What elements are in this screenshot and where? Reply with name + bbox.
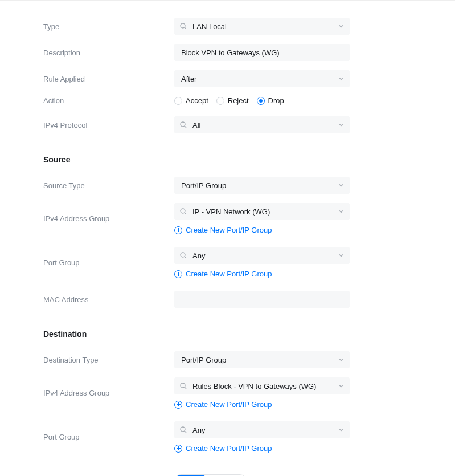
svg-point-2 <box>181 122 185 127</box>
search-icon <box>180 23 187 30</box>
svg-point-0 <box>181 23 185 28</box>
destination-port-group-label: Port Group <box>43 433 174 441</box>
source-section-header: Source <box>43 155 412 164</box>
chevron-down-icon <box>338 182 344 188</box>
rule-applied-label: Rule Applied <box>43 75 174 83</box>
source-port-group-label: Port Group <box>43 258 174 267</box>
action-accept-label: Accept <box>186 96 208 105</box>
action-radio-group: Accept Reject Drop <box>174 96 350 105</box>
create-link-text: Create New Port/IP Group <box>186 444 272 453</box>
mac-address-label: MAC Address <box>43 295 174 304</box>
ipv4-protocol-label: IPv4 Protocol <box>43 121 174 129</box>
chevron-down-icon <box>338 253 344 258</box>
svg-line-3 <box>185 126 186 128</box>
source-ipv4-group-select[interactable]: IP - VPN Network (WG) <box>174 203 350 220</box>
mac-address-input[interactable] <box>174 291 350 308</box>
create-destination-ipv4-group-link[interactable]: Create New Port/IP Group <box>174 400 350 409</box>
destination-section-header: Destination <box>43 329 412 339</box>
svg-line-9 <box>185 387 186 389</box>
rule-applied-select[interactable]: After <box>174 70 350 87</box>
source-ipv4-group-label: IPv4 Address Group <box>43 214 174 223</box>
ipv4-protocol-value: All <box>192 121 338 129</box>
destination-port-group-select[interactable]: Any <box>174 421 350 438</box>
create-link-text: Create New Port/IP Group <box>186 226 272 234</box>
radio-icon <box>257 97 265 105</box>
svg-point-8 <box>181 383 185 388</box>
chevron-down-icon <box>338 122 344 128</box>
svg-point-10 <box>181 427 185 432</box>
search-icon <box>180 426 187 433</box>
chevron-down-icon <box>338 76 344 82</box>
type-label: Type <box>43 22 174 31</box>
plus-circle-icon <box>174 401 182 409</box>
create-destination-port-group-link[interactable]: Create New Port/IP Group <box>174 444 350 453</box>
search-icon <box>180 121 187 128</box>
action-reject-radio[interactable]: Reject <box>216 96 249 105</box>
plus-circle-icon <box>174 270 182 278</box>
chevron-down-icon <box>338 357 344 363</box>
chevron-down-icon <box>338 209 344 214</box>
destination-type-value: Port/IP Group <box>181 356 338 364</box>
radio-icon <box>174 97 182 105</box>
description-value: Block VPN to Gateways (WG) <box>181 48 280 57</box>
description-input[interactable]: Block VPN to Gateways (WG) <box>174 44 350 61</box>
svg-line-7 <box>185 257 186 258</box>
chevron-down-icon <box>338 427 344 433</box>
svg-line-5 <box>185 213 186 214</box>
radio-icon <box>216 97 224 105</box>
source-port-group-select[interactable]: Any <box>174 247 350 264</box>
destination-ipv4-group-value: Rules Block - VPN to Gateways (WG) <box>192 382 338 390</box>
action-drop-radio[interactable]: Drop <box>257 96 284 105</box>
destination-port-group-value: Any <box>192 426 338 434</box>
destination-type-label: Destination Type <box>43 356 174 364</box>
source-type-value: Port/IP Group <box>181 181 338 190</box>
svg-point-6 <box>181 253 185 257</box>
destination-type-select[interactable]: Port/IP Group <box>174 351 350 368</box>
svg-point-4 <box>181 209 185 213</box>
destination-ipv4-group-label: IPv4 Address Group <box>43 389 174 397</box>
search-icon <box>180 383 187 389</box>
create-link-text: Create New Port/IP Group <box>186 270 272 278</box>
svg-line-11 <box>185 431 186 433</box>
ipv4-protocol-select[interactable]: All <box>174 116 350 133</box>
action-accept-radio[interactable]: Accept <box>174 96 208 105</box>
plus-circle-icon <box>174 226 182 234</box>
source-type-select[interactable]: Port/IP Group <box>174 177 350 194</box>
create-source-ipv4-group-link[interactable]: Create New Port/IP Group <box>174 226 350 234</box>
type-select[interactable]: LAN Local <box>174 18 350 35</box>
search-icon <box>180 208 187 215</box>
source-type-label: Source Type <box>43 181 174 190</box>
description-label: Description <box>43 48 174 57</box>
rule-applied-value: After <box>181 75 338 83</box>
chevron-down-icon <box>338 383 344 389</box>
search-icon <box>180 252 187 259</box>
action-drop-label: Drop <box>268 96 284 105</box>
source-port-group-value: Any <box>192 251 338 260</box>
action-reject-label: Reject <box>228 96 249 105</box>
destination-ipv4-group-select[interactable]: Rules Block - VPN to Gateways (WG) <box>174 377 350 394</box>
svg-line-1 <box>185 27 186 29</box>
create-source-port-group-link[interactable]: Create New Port/IP Group <box>174 270 350 278</box>
chevron-down-icon <box>338 23 344 29</box>
source-ipv4-group-value: IP - VPN Network (WG) <box>192 208 338 216</box>
type-value: LAN Local <box>192 22 338 31</box>
create-link-text: Create New Port/IP Group <box>186 400 272 409</box>
action-label: Action <box>43 96 174 105</box>
plus-circle-icon <box>174 445 182 453</box>
